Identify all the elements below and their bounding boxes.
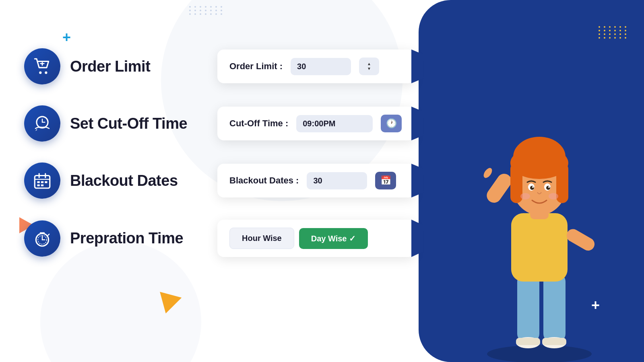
blackout-card-label: Blackout Dates : xyxy=(229,175,299,186)
svg-point-42 xyxy=(530,186,534,190)
blackout-icon-circle xyxy=(24,162,60,199)
cutoff-card-label: Cut-Off Time : xyxy=(229,118,288,129)
clock-hand-icon xyxy=(32,113,52,134)
day-wise-button[interactable]: Day Wise ✓ xyxy=(299,228,368,249)
order-limit-spinner[interactable]: ▲ ▼ xyxy=(359,58,379,75)
prep-card-wrapper: Hour Wise Day Wise ✓ xyxy=(217,220,415,257)
order-limit-card-wrapper: Order Limit : ▲ ▼ xyxy=(217,49,415,83)
stopwatch-icon xyxy=(32,228,52,249)
cutoff-card: Cut-Off Time : 🕐 xyxy=(217,107,415,140)
svg-rect-33 xyxy=(564,227,597,253)
svg-line-23 xyxy=(48,234,49,235)
prep-label: Prepration Time xyxy=(70,230,183,247)
cutoff-card-wrapper: Cut-Off Time : 🕐 xyxy=(217,107,415,140)
svg-rect-26 xyxy=(543,274,566,342)
cutoff-time-row: Set Cut-Off Time Cut-Off Time : 🕐 xyxy=(24,105,447,142)
svg-point-48 xyxy=(482,167,493,179)
blackout-calendar-button[interactable]: 📅 xyxy=(375,172,396,189)
svg-point-46 xyxy=(520,193,530,200)
svg-rect-13 xyxy=(41,181,43,183)
svg-rect-16 xyxy=(41,184,43,186)
prep-icon-circle xyxy=(24,220,60,257)
blackout-card-wrapper: Blackout Dates : 📅 xyxy=(217,164,415,197)
svg-point-0 xyxy=(39,72,41,74)
svg-point-47 xyxy=(549,193,558,200)
order-limit-icon-circle xyxy=(24,48,60,84)
cutoff-clock-button[interactable]: 🕐 xyxy=(381,115,402,132)
svg-rect-15 xyxy=(37,184,40,186)
prep-card: Hour Wise Day Wise ✓ xyxy=(217,220,415,257)
character-illustration xyxy=(459,88,612,362)
order-limit-label: Order Limit xyxy=(70,58,150,75)
svg-rect-12 xyxy=(37,181,40,183)
order-limit-input[interactable] xyxy=(291,58,351,75)
clock-icon: 🕐 xyxy=(386,118,397,129)
svg-rect-29 xyxy=(516,338,540,345)
svg-point-44 xyxy=(532,186,534,188)
hour-wise-button[interactable]: Hour Wise xyxy=(229,228,294,249)
blackout-label: Blackout Dates xyxy=(70,172,178,189)
svg-rect-31 xyxy=(511,213,568,282)
spinner-up-icon: ▲ xyxy=(367,62,371,66)
svg-rect-25 xyxy=(517,274,539,342)
cart-icon xyxy=(32,56,52,76)
preparation-time-row: Prepration Time Hour Wise Day Wise ✓ xyxy=(24,220,447,257)
spinner-down-icon: ▼ xyxy=(367,67,371,71)
cutoff-icon-circle xyxy=(24,105,60,142)
order-limit-row: Order Limit Order Limit : ▲ ▼ xyxy=(24,48,447,84)
plus-icon-topleft: + xyxy=(62,30,71,45)
svg-rect-14 xyxy=(45,181,47,183)
cutoff-time-input[interactable] xyxy=(296,115,373,132)
svg-point-45 xyxy=(548,186,550,188)
svg-point-1 xyxy=(45,72,47,74)
blackout-card: Blackout Dates : 📅 xyxy=(217,164,415,197)
character-area xyxy=(419,0,644,362)
calendar-icon xyxy=(32,171,52,191)
svg-point-43 xyxy=(546,186,550,190)
dots-decoration-top xyxy=(189,6,224,15)
calendar-icon-btn: 📅 xyxy=(380,175,391,186)
blackout-dates-row: Blackout Dates Blackout Dates : 📅 xyxy=(24,162,447,199)
svg-point-39 xyxy=(513,137,566,177)
order-limit-card-label: Order Limit : xyxy=(229,61,283,72)
svg-rect-30 xyxy=(542,338,566,345)
cutoff-label: Set Cut-Off Time xyxy=(70,115,187,132)
blackout-dates-input[interactable] xyxy=(307,172,367,189)
order-limit-card: Order Limit : ▲ ▼ xyxy=(217,49,415,83)
svg-point-24 xyxy=(487,345,592,362)
